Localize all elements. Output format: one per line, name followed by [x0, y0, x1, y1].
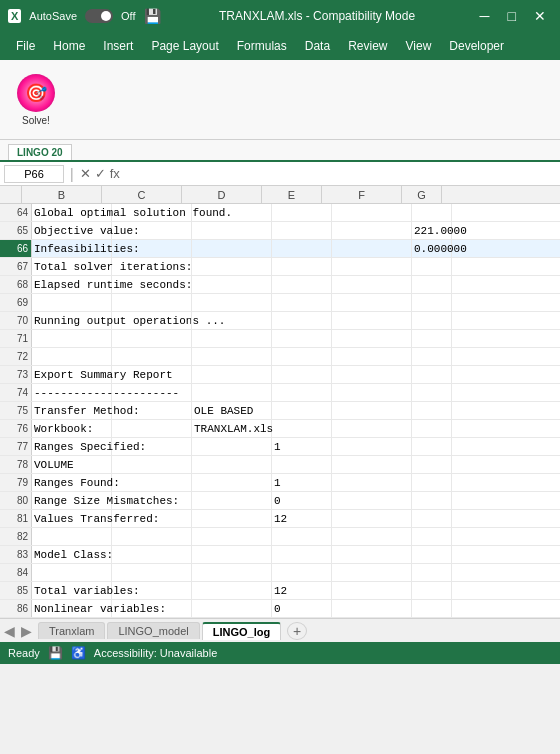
- cell-b[interactable]: Elapsed runtime seconds:: [32, 276, 112, 293]
- cell-g[interactable]: [412, 312, 452, 329]
- cell-g[interactable]: [412, 330, 452, 347]
- tab-scroll-left[interactable]: ◀: [4, 623, 15, 639]
- menu-developer[interactable]: Developer: [441, 35, 512, 57]
- cell-d[interactable]: [192, 366, 272, 383]
- save-icon[interactable]: 💾: [144, 8, 161, 24]
- tab-tranxlam[interactable]: Tranxlam: [38, 622, 105, 639]
- cell-f[interactable]: [332, 222, 412, 239]
- tab-lingo-log[interactable]: LINGO_log: [202, 622, 281, 640]
- confirm-formula-icon[interactable]: ✓: [95, 166, 106, 181]
- cell-b[interactable]: Range Size Mismatches:: [32, 492, 112, 509]
- cell-c[interactable]: [112, 528, 192, 545]
- cell-f[interactable]: [332, 528, 412, 545]
- row-number[interactable]: 67: [0, 258, 32, 275]
- cell-c[interactable]: [112, 312, 192, 329]
- cell-f[interactable]: [332, 510, 412, 527]
- cell-b[interactable]: Total variables:: [32, 582, 112, 599]
- cell-e[interactable]: [272, 564, 332, 581]
- cell-d[interactable]: [192, 294, 272, 311]
- cell-e[interactable]: [272, 420, 332, 437]
- menu-page-layout[interactable]: Page Layout: [143, 35, 226, 57]
- cell-g[interactable]: [412, 582, 452, 599]
- cell-f[interactable]: [332, 600, 412, 617]
- cell-c[interactable]: [112, 204, 192, 221]
- cell-d[interactable]: [192, 438, 272, 455]
- cell-b[interactable]: Total solver iterations:: [32, 258, 112, 275]
- cell-e[interactable]: [272, 366, 332, 383]
- cell-e[interactable]: 12: [272, 582, 332, 599]
- cell-c[interactable]: [112, 276, 192, 293]
- cell-f[interactable]: [332, 384, 412, 401]
- cell-c[interactable]: [112, 492, 192, 509]
- cell-g[interactable]: [412, 510, 452, 527]
- row-number[interactable]: 69: [0, 294, 32, 311]
- col-header-f[interactable]: F: [322, 186, 402, 203]
- add-sheet-button[interactable]: +: [287, 622, 307, 640]
- cell-e[interactable]: 1: [272, 438, 332, 455]
- autosave-toggle[interactable]: [85, 9, 113, 23]
- cell-g[interactable]: [412, 384, 452, 401]
- menu-review[interactable]: Review: [340, 35, 395, 57]
- cell-c[interactable]: [112, 258, 192, 275]
- cell-c[interactable]: [112, 402, 192, 419]
- cell-g[interactable]: [412, 600, 452, 617]
- cell-f[interactable]: [332, 582, 412, 599]
- row-number[interactable]: 65: [0, 222, 32, 239]
- cell-b[interactable]: Running output operations ...: [32, 312, 112, 329]
- col-header-d[interactable]: D: [182, 186, 262, 203]
- row-number[interactable]: 66: [0, 240, 32, 257]
- cell-e[interactable]: [272, 546, 332, 563]
- cell-g[interactable]: [412, 294, 452, 311]
- cell-f[interactable]: [332, 204, 412, 221]
- cell-c[interactable]: [112, 348, 192, 365]
- row-number[interactable]: 74: [0, 384, 32, 401]
- cell-e[interactable]: [272, 240, 332, 257]
- cell-d[interactable]: [192, 546, 272, 563]
- row-number[interactable]: 70: [0, 312, 32, 329]
- cell-f[interactable]: [332, 276, 412, 293]
- cell-c[interactable]: [112, 546, 192, 563]
- cell-g[interactable]: 0.000000: [412, 240, 452, 257]
- cell-c[interactable]: [112, 420, 192, 437]
- cell-c[interactable]: [112, 222, 192, 239]
- cell-b[interactable]: [32, 348, 112, 365]
- cell-d[interactable]: [192, 582, 272, 599]
- cell-b[interactable]: Ranges Specified:: [32, 438, 112, 455]
- cell-f[interactable]: [332, 438, 412, 455]
- cell-b[interactable]: Nonlinear variables:: [32, 600, 112, 617]
- col-header-e[interactable]: E: [262, 186, 322, 203]
- row-number[interactable]: 82: [0, 528, 32, 545]
- cell-b[interactable]: Infeasibilities:: [32, 240, 112, 257]
- cell-d[interactable]: [192, 564, 272, 581]
- cell-c[interactable]: [112, 294, 192, 311]
- cell-f[interactable]: [332, 564, 412, 581]
- cell-f[interactable]: [332, 492, 412, 509]
- cell-c[interactable]: [112, 330, 192, 347]
- cell-f[interactable]: [332, 420, 412, 437]
- cell-g[interactable]: [412, 348, 452, 365]
- cell-g[interactable]: [412, 438, 452, 455]
- row-number[interactable]: 64: [0, 204, 32, 221]
- cell-d[interactable]: [192, 240, 272, 257]
- cell-f[interactable]: [332, 240, 412, 257]
- menu-home[interactable]: Home: [45, 35, 93, 57]
- cell-g[interactable]: [412, 366, 452, 383]
- cell-b[interactable]: [32, 294, 112, 311]
- cell-e[interactable]: [272, 402, 332, 419]
- row-number[interactable]: 84: [0, 564, 32, 581]
- cell-d[interactable]: [192, 492, 272, 509]
- menu-file[interactable]: File: [8, 35, 43, 57]
- cell-f[interactable]: [332, 402, 412, 419]
- cell-e[interactable]: [272, 348, 332, 365]
- row-number[interactable]: 81: [0, 510, 32, 527]
- cell-g[interactable]: [412, 204, 452, 221]
- cell-e[interactable]: [272, 222, 332, 239]
- cell-f[interactable]: [332, 330, 412, 347]
- cell-d[interactable]: [192, 384, 272, 401]
- cell-c[interactable]: [112, 456, 192, 473]
- cell-e[interactable]: [272, 294, 332, 311]
- cell-g[interactable]: [412, 492, 452, 509]
- tab-scroll-right[interactable]: ▶: [21, 623, 32, 639]
- col-header-g[interactable]: G: [402, 186, 442, 203]
- menu-data[interactable]: Data: [297, 35, 338, 57]
